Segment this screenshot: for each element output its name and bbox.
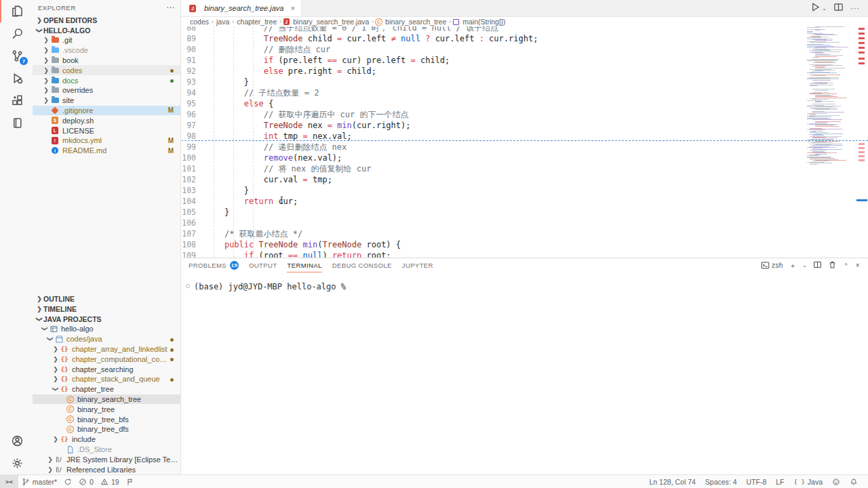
terminal-dropdown-icon[interactable]: ⌄ — [802, 262, 807, 268]
activity-settings[interactable] — [0, 452, 33, 474]
tree-item-jre-system-library-eclipse-temurin-17-17[interactable]: ❯JRE System Library [Eclipse Temurin 17 … — [33, 454, 180, 464]
activity-extensions[interactable] — [0, 89, 33, 112]
chevron-right-icon: ❯ — [42, 87, 50, 94]
panel-tab-jupyter[interactable]: JUPYTER — [402, 258, 433, 272]
activity-run-and-debug[interactable] — [0, 67, 33, 89]
braces-icon: {} — [60, 434, 69, 444]
tree-item-git[interactable]: ❯.git — [33, 35, 180, 45]
java-file-icon: J — [188, 3, 197, 13]
split-editor-button[interactable] — [833, 2, 844, 15]
line-number: 105 — [182, 207, 205, 218]
tree-item-chapter-tree[interactable]: ❯{}chapter_tree — [33, 384, 180, 394]
breadcrumb-binary-search-tree-java[interactable]: Jbinary_search_tree.java — [284, 18, 369, 26]
tree-item-overrides[interactable]: ❯overrides — [33, 85, 180, 96]
line-number: 88 — [182, 26, 205, 33]
tree-item-binary-search-tree[interactable]: Cbinary_search_tree — [33, 394, 180, 405]
status-sync[interactable] — [60, 475, 75, 488]
tree-item-codes[interactable]: ❯codes — [33, 65, 180, 75]
panel-tab-debug-console[interactable]: DEBUG CONSOLE — [332, 258, 392, 272]
tree-item-mkdocs-yml[interactable]: !mkdocs.ymlM — [33, 136, 180, 146]
close-panel-icon[interactable]: × — [856, 262, 860, 269]
tree-item-label: README.md — [62, 146, 106, 155]
code-line-90: 90 // 删除结点 cur — [182, 44, 868, 55]
status-feedback[interactable] — [827, 478, 845, 486]
open-editors-section[interactable]: ❯ OPEN EDITORS — [33, 15, 180, 25]
tree-item-deploy-sh[interactable]: $deploy.sh — [33, 115, 180, 125]
code-editor[interactable]: 88 // 当子结点数量 = 0 / 1 时， child = null / 该… — [182, 26, 868, 258]
timeline-section[interactable]: ❯ TIMELINE — [33, 304, 180, 314]
run-dropdown-icon[interactable]: ⌄ — [822, 5, 827, 12]
status-git-branch[interactable]: master* — [18, 475, 60, 488]
tree-item-chapter-computational-complexity[interactable]: ❯{}chapter_computational_complexity — [33, 354, 180, 364]
tree-item-chapter-array-and-linkedlist[interactable]: ❯{}chapter_array_and_linkedlist — [33, 344, 180, 354]
maximize-panel-icon[interactable]: ＾ — [843, 261, 849, 270]
activity-source-control[interactable]: 7 — [0, 45, 33, 67]
tree-item-readme-md[interactable]: iREADME.mdM — [33, 146, 180, 156]
close-tab-icon[interactable]: × — [290, 4, 294, 12]
folder-icon — [50, 56, 60, 65]
activity-search[interactable] — [0, 22, 33, 45]
tree-item-site[interactable]: ❯site — [33, 96, 180, 106]
modified-dot — [170, 336, 180, 343]
file-tree: ❯.git❯.vscode❯book❯codes❯docs❯overrides❯… — [33, 35, 180, 156]
status-language-mode[interactable]: { }Java — [789, 478, 827, 486]
breadcrumb-main-string[interactable]: main(String[]) — [454, 18, 505, 26]
more-actions-icon[interactable]: ··· — [850, 4, 860, 12]
tree-item-label: LICENSE — [62, 127, 94, 135]
explorer-more-icon[interactable]: ⋯ — [166, 3, 175, 12]
tree-item-hello-algo[interactable]: ❯hello-algo — [33, 324, 180, 334]
tree-item-vscode[interactable]: ❯.vscode — [33, 45, 180, 56]
activity-accounts[interactable] — [0, 430, 33, 452]
breadcrumb-binary-search-tree[interactable]: Cbinary_search_tree — [376, 18, 446, 26]
minimap-cursor-line — [182, 140, 868, 141]
tree-item-book[interactable]: ❯book — [33, 56, 180, 66]
line-number: 95 — [182, 98, 205, 109]
tree-item-label: binary_tree_bfs — [77, 415, 129, 424]
panel-tab-output[interactable]: OUTPUT — [249, 258, 277, 272]
breadcrumb-chapter-tree[interactable]: chapter_tree — [237, 18, 277, 26]
panel-tab-terminal[interactable]: TERMINAL — [287, 258, 321, 272]
new-terminal-button[interactable]: ＋ — [789, 261, 796, 270]
chevron-right-icon: ❯ — [35, 306, 43, 312]
java-projects-section[interactable]: ❯ JAVA PROJECTS — [33, 314, 180, 324]
breadcrumb-java[interactable]: java — [216, 18, 229, 26]
status-indentation[interactable]: Spaces: 4 — [701, 478, 742, 486]
status-warnings[interactable]: 19 — [97, 475, 123, 488]
tree-item-binary-tree-dfs[interactable]: Cbinary_tree_dfs — [33, 424, 180, 434]
tree-item-ds-store[interactable]: .DS_Store — [33, 445, 180, 455]
tree-item-referenced-libraries[interactable]: ❯Referenced Libraries — [33, 464, 180, 474]
tree-item-label: book — [62, 56, 79, 64]
kill-terminal-button[interactable] — [828, 260, 837, 270]
terminal[interactable]: (base) jyd@JYD-MBP hello-algo % — [182, 272, 868, 291]
status-errors[interactable]: 0 — [75, 475, 97, 488]
status-eol[interactable]: LF — [771, 478, 789, 486]
split-terminal-button[interactable] — [813, 260, 822, 270]
activity-explorer[interactable] — [0, 0, 33, 22]
outline-section[interactable]: ❯ OUTLINE — [33, 293, 180, 304]
activity-notebook[interactable] — [0, 112, 33, 134]
tree-item-license[interactable]: LLICENSE — [33, 125, 180, 136]
minimap[interactable] — [807, 26, 856, 258]
status-notifications[interactable] — [845, 478, 863, 486]
tree-item-chapter-searching[interactable]: ❯{}chapter_searching — [33, 364, 180, 374]
status-encoding[interactable]: UTF-8 — [742, 478, 772, 486]
tree-item-binary-tree-bfs[interactable]: Cbinary_tree_bfs — [33, 414, 180, 424]
status-launch[interactable] — [123, 475, 138, 488]
tree-item-chapter-stack-and-queue[interactable]: ❯{}chapter_stack_and_queue — [33, 374, 180, 384]
status-cursor-position[interactable]: Ln 128, Col 74 — [645, 478, 701, 486]
shell-selector[interactable]: zsh — [761, 261, 783, 270]
tree-item-include[interactable]: ❯{}include — [33, 434, 180, 445]
tree-item-binary-tree[interactable]: Cbinary_tree — [33, 404, 180, 414]
tab-binary-search-tree[interactable]: J binary_search_tree.java × — [182, 0, 302, 16]
breadcrumb-codes[interactable]: codes — [190, 18, 209, 26]
tree-item-gitignore[interactable]: .gitignoreM — [33, 106, 180, 116]
status-label: master* — [33, 478, 57, 486]
class-icon: C — [65, 424, 75, 434]
root-folder-section[interactable]: ❯ HELLO-ALGO — [33, 25, 180, 35]
tree-item-label: JRE System Library [Eclipse Temurin 17 [… — [66, 455, 180, 464]
run-button[interactable] — [810, 2, 821, 15]
tree-item-docs[interactable]: ❯docs — [33, 75, 180, 85]
remote-indicator[interactable]: >< — [0, 475, 18, 488]
panel-tab-problems[interactable]: PROBLEMS19 — [189, 258, 239, 272]
tree-item-codes-java[interactable]: ❯codes/java — [33, 334, 180, 344]
